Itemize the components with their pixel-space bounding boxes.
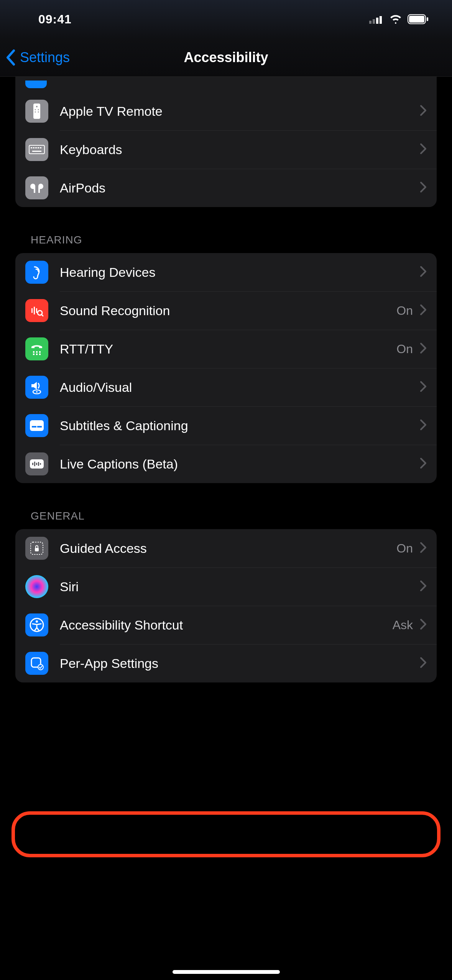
svg-rect-13 (29, 145, 44, 154)
row-hearing-devices[interactable]: Hearing Devices (15, 253, 437, 291)
svg-rect-29 (36, 354, 38, 355)
row-label: Apple TV Remote (60, 104, 420, 119)
content-scroll[interactable]: Apple TV Remote Keyboards AirPods HEARIN… (0, 77, 452, 705)
svg-rect-15 (33, 147, 35, 148)
row-subtitles-captioning[interactable]: Subtitles & Captioning (15, 406, 437, 445)
wifi-icon (389, 15, 402, 24)
svg-point-45 (36, 620, 38, 623)
chevron-right-icon (420, 342, 427, 355)
general-header: GENERAL (15, 510, 437, 529)
row-label: Guided Access (60, 541, 396, 556)
accessibility-icon (25, 613, 48, 636)
row-label: Subtitles & Captioning (60, 418, 420, 433)
row-per-app-settings[interactable]: Per-App Settings (15, 644, 437, 682)
chevron-right-icon (420, 419, 427, 432)
siri-icon (25, 575, 48, 598)
svg-point-11 (35, 112, 36, 113)
row-keyboards[interactable]: Keyboards (15, 130, 437, 169)
svg-rect-28 (33, 354, 35, 355)
svg-rect-19 (32, 151, 41, 152)
svg-rect-18 (40, 147, 41, 148)
row-label: RTT/TTY (60, 342, 396, 357)
airpods-icon (25, 176, 48, 199)
svg-rect-39 (36, 463, 37, 465)
svg-rect-6 (427, 17, 428, 21)
row-label: Live Captions (Beta) (60, 457, 420, 472)
row-value: On (396, 304, 413, 318)
svg-rect-16 (35, 147, 37, 148)
row-rtt-tty[interactable]: RTT/TTY On (15, 330, 437, 368)
hearing-header: HEARING (15, 234, 437, 253)
svg-rect-2 (376, 18, 378, 24)
svg-point-32 (36, 391, 38, 393)
speaker-eye-icon (25, 376, 48, 399)
svg-rect-0 (369, 21, 371, 24)
row-live-captions[interactable]: Live Captions (Beta) (15, 445, 437, 483)
row-label: Siri (60, 579, 420, 594)
svg-rect-34 (32, 426, 36, 428)
chevron-right-icon (420, 381, 427, 394)
row-label: Sound Recognition (60, 303, 396, 318)
partial-icon (25, 81, 47, 88)
home-indicator[interactable] (173, 970, 280, 974)
row-value: On (396, 541, 413, 556)
partial-row-cutoff[interactable] (15, 77, 437, 92)
svg-rect-5 (409, 16, 424, 23)
status-bar: 09:41 (0, 0, 452, 38)
svg-rect-27 (39, 351, 41, 353)
row-value: Ask (393, 618, 413, 632)
svg-rect-25 (33, 351, 35, 353)
row-label: Keyboards (60, 142, 420, 157)
back-button[interactable]: Settings (0, 49, 70, 66)
captions-icon (25, 414, 48, 437)
back-label: Settings (20, 49, 70, 66)
row-sound-recognition[interactable]: Sound Recognition On (15, 291, 437, 330)
chevron-right-icon (420, 457, 427, 470)
chevron-right-icon (420, 618, 427, 631)
general-group: Guided Access On Siri Accessibility Shor… (15, 529, 437, 682)
svg-rect-22 (36, 308, 37, 313)
guided-access-icon (25, 537, 48, 560)
svg-point-10 (38, 109, 39, 110)
svg-rect-3 (380, 16, 382, 24)
svg-rect-41 (40, 463, 41, 465)
battery-icon (408, 14, 429, 24)
chevron-left-icon (5, 49, 16, 66)
highlight-annotation (12, 811, 440, 857)
row-label: Hearing Devices (60, 265, 420, 280)
svg-rect-26 (36, 351, 38, 353)
chevron-right-icon (420, 580, 427, 593)
row-audio-visual[interactable]: Audio/Visual (15, 368, 437, 406)
chevron-right-icon (420, 143, 427, 156)
status-icons (369, 14, 429, 24)
hearing-group: Hearing Devices Sound Recognition On RTT… (15, 253, 437, 483)
row-siri[interactable]: Siri (15, 567, 437, 606)
row-guided-access[interactable]: Guided Access On (15, 529, 437, 567)
waveform-search-icon (25, 299, 48, 322)
svg-rect-20 (31, 308, 33, 313)
row-label: Per-App Settings (60, 656, 420, 671)
svg-point-8 (36, 106, 38, 107)
row-apple-tv-remote[interactable]: Apple TV Remote (15, 92, 437, 130)
svg-rect-14 (31, 147, 32, 148)
tty-icon (25, 337, 48, 360)
row-airpods[interactable]: AirPods (15, 169, 437, 207)
chevron-right-icon (420, 266, 427, 279)
svg-rect-30 (39, 354, 41, 355)
svg-rect-38 (34, 462, 35, 466)
page-title: Accessibility (184, 49, 268, 66)
svg-line-24 (41, 314, 43, 316)
chevron-right-icon (420, 181, 427, 194)
row-label: Accessibility Shortcut (60, 618, 393, 633)
chevron-right-icon (420, 304, 427, 317)
chevron-right-icon (420, 542, 427, 555)
physical-motor-group: Apple TV Remote Keyboards AirPods (15, 77, 437, 207)
cellular-icon (369, 15, 384, 24)
svg-rect-43 (35, 548, 39, 551)
svg-rect-17 (38, 147, 39, 148)
svg-rect-37 (32, 463, 33, 465)
row-label: AirPods (60, 181, 420, 196)
ear-icon (25, 261, 48, 284)
live-captions-icon (25, 452, 48, 475)
row-accessibility-shortcut[interactable]: Accessibility Shortcut Ask (15, 606, 437, 644)
